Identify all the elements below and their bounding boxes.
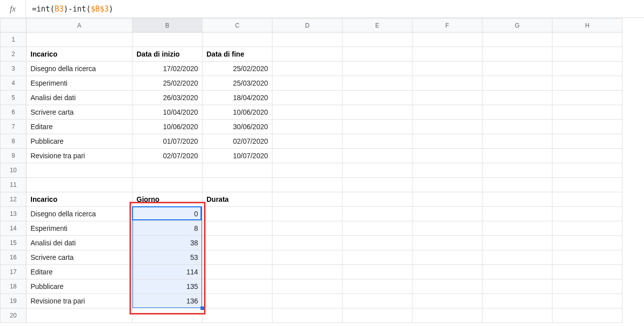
cell-B11[interactable] xyxy=(132,178,202,192)
cell-F16[interactable] xyxy=(412,250,482,265)
row-header-10[interactable]: 10 xyxy=(0,163,26,178)
cell-D13[interactable] xyxy=(272,207,342,221)
cell-D8[interactable] xyxy=(272,134,342,149)
cell-A4[interactable]: Esperimenti xyxy=(26,76,132,91)
cell-C9[interactable]: 10/07/2020 xyxy=(202,149,272,163)
cell-C15[interactable] xyxy=(202,236,272,250)
cell-F20[interactable] xyxy=(412,308,482,323)
cell-G3[interactable] xyxy=(482,62,552,76)
cell-A19[interactable]: Revisione tra pari xyxy=(26,294,132,308)
cell-F1[interactable] xyxy=(412,33,482,47)
cell-D5[interactable] xyxy=(272,91,342,105)
column-header-H[interactable]: H xyxy=(552,19,622,33)
cell-G12[interactable] xyxy=(482,192,552,207)
cell-A8[interactable]: Pubblicare xyxy=(26,134,132,149)
cell-G4[interactable] xyxy=(482,76,552,91)
cell-A18[interactable]: Pubblicare xyxy=(26,279,132,294)
cell-G18[interactable] xyxy=(482,279,552,294)
fill-handle[interactable] xyxy=(200,306,204,310)
cell-D1[interactable] xyxy=(272,33,342,47)
cell-B4[interactable]: 25/02/2020 xyxy=(132,76,202,91)
cell-F5[interactable] xyxy=(412,91,482,105)
cell-B8[interactable]: 01/07/2020 xyxy=(132,134,202,149)
cell-H4[interactable] xyxy=(552,76,622,91)
cell-G19[interactable] xyxy=(482,294,552,308)
cell-A3[interactable]: Disegno della ricerca xyxy=(26,62,132,76)
cell-C20[interactable] xyxy=(202,308,272,323)
cell-A6[interactable]: Scrivere carta xyxy=(26,105,132,120)
cell-A14[interactable]: Esperimenti xyxy=(26,221,132,236)
cell-A1[interactable] xyxy=(26,33,132,47)
cell-E14[interactable] xyxy=(342,221,412,236)
column-header-E[interactable]: E xyxy=(342,19,412,33)
cell-C3[interactable]: 25/02/2020 xyxy=(202,62,272,76)
cell-E1[interactable] xyxy=(342,33,412,47)
row-header-19[interactable]: 19 xyxy=(0,294,26,308)
cell-C16[interactable] xyxy=(202,250,272,265)
cell-B15[interactable]: 38 xyxy=(132,236,202,250)
cell-B5[interactable]: 26/03/2020 xyxy=(132,91,202,105)
cell-C13[interactable] xyxy=(202,207,272,221)
cell-B18[interactable]: 135 xyxy=(132,279,202,294)
row-header-3[interactable]: 3 xyxy=(0,62,26,76)
cell-H5[interactable] xyxy=(552,91,622,105)
cell-F2[interactable] xyxy=(412,47,482,62)
column-header-G[interactable]: G xyxy=(482,19,552,33)
cell-E18[interactable] xyxy=(342,279,412,294)
cell-F17[interactable] xyxy=(412,265,482,279)
cell-E3[interactable] xyxy=(342,62,412,76)
cell-H20[interactable] xyxy=(552,308,622,323)
cell-D12[interactable] xyxy=(272,192,342,207)
cell-H1[interactable] xyxy=(552,33,622,47)
cell-B9[interactable]: 02/07/2020 xyxy=(132,149,202,163)
cell-F6[interactable] xyxy=(412,105,482,120)
row-header-15[interactable]: 15 xyxy=(0,236,26,250)
cell-H18[interactable] xyxy=(552,279,622,294)
cell-D7[interactable] xyxy=(272,120,342,134)
cell-B2[interactable]: Data di inizio xyxy=(132,47,202,62)
cell-G7[interactable] xyxy=(482,120,552,134)
cell-A9[interactable]: Revisione tra pari xyxy=(26,149,132,163)
cell-E13[interactable] xyxy=(342,207,412,221)
cell-H12[interactable] xyxy=(552,192,622,207)
cell-C14[interactable] xyxy=(202,221,272,236)
cell-G8[interactable] xyxy=(482,134,552,149)
cell-C18[interactable] xyxy=(202,279,272,294)
cell-E9[interactable] xyxy=(342,149,412,163)
cell-H8[interactable] xyxy=(552,134,622,149)
cell-A11[interactable] xyxy=(26,178,132,192)
cell-H2[interactable] xyxy=(552,47,622,62)
cell-B19[interactable]: 136 xyxy=(132,294,202,308)
cell-G11[interactable] xyxy=(482,178,552,192)
cell-H11[interactable] xyxy=(552,178,622,192)
cell-C7[interactable]: 30/06/2020 xyxy=(202,120,272,134)
cell-G13[interactable] xyxy=(482,207,552,221)
cell-H13[interactable] xyxy=(552,207,622,221)
row-header-4[interactable]: 4 xyxy=(0,76,26,91)
cell-D10[interactable] xyxy=(272,163,342,178)
row-header-20[interactable]: 20 xyxy=(0,308,26,323)
cell-H14[interactable] xyxy=(552,221,622,236)
cell-E15[interactable] xyxy=(342,236,412,250)
cell-H16[interactable] xyxy=(552,250,622,265)
cell-C17[interactable] xyxy=(202,265,272,279)
cell-D9[interactable] xyxy=(272,149,342,163)
cell-B13[interactable]: 0 xyxy=(132,207,202,221)
cell-D6[interactable] xyxy=(272,105,342,120)
cell-F19[interactable] xyxy=(412,294,482,308)
row-header-11[interactable]: 11 xyxy=(0,178,26,192)
cell-F14[interactable] xyxy=(412,221,482,236)
cell-G15[interactable] xyxy=(482,236,552,250)
row-header-14[interactable]: 14 xyxy=(0,221,26,236)
row-header-8[interactable]: 8 xyxy=(0,134,26,149)
cell-E8[interactable] xyxy=(342,134,412,149)
cell-D14[interactable] xyxy=(272,221,342,236)
cell-F9[interactable] xyxy=(412,149,482,163)
cell-E2[interactable] xyxy=(342,47,412,62)
cell-C1[interactable] xyxy=(202,33,272,47)
cell-G20[interactable] xyxy=(482,308,552,323)
row-header-7[interactable]: 7 xyxy=(0,120,26,134)
cell-C8[interactable]: 02/07/2020 xyxy=(202,134,272,149)
row-header-12[interactable]: 12 xyxy=(0,192,26,207)
cell-E20[interactable] xyxy=(342,308,412,323)
